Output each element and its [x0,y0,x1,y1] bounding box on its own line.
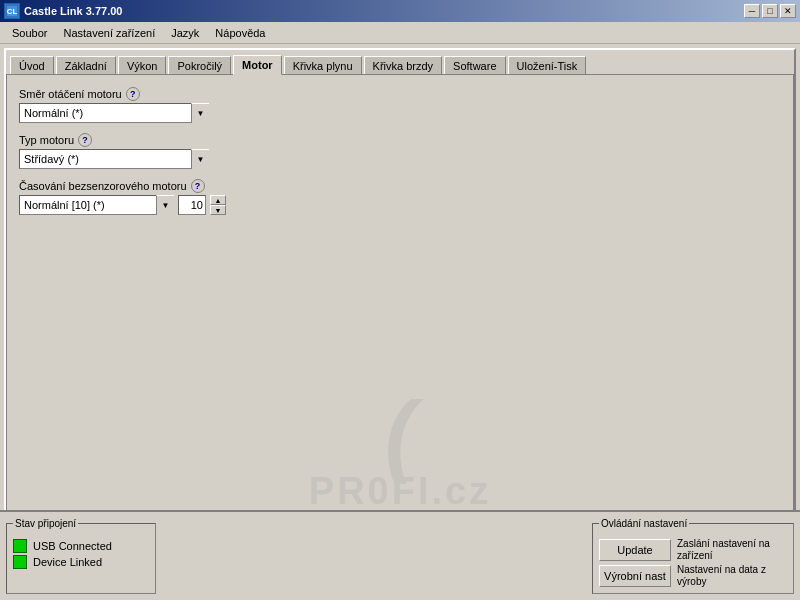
timing-spin-buttons: ▲ ▼ [210,195,226,215]
type-help-icon[interactable]: ? [78,133,92,147]
spacer [164,518,584,594]
watermark: ( PR0FI.cz [309,398,491,513]
app-title: Castle Link 3.77.00 [24,5,122,17]
tab-krivka-plynu[interactable]: Křivka plynu [284,56,362,76]
menu-bar: Soubor Nastavení zařízení Jazyk Nápověda [0,22,800,44]
close-button[interactable]: ✕ [780,4,796,18]
watermark-text: PR0FI.cz [309,470,491,513]
control-panel-title: Ovládání nastavení [599,518,689,529]
menu-napoveda[interactable]: Nápověda [207,25,273,41]
svg-text:CL: CL [7,7,18,16]
tab-vykon[interactable]: Výkon [118,56,167,76]
timing-dropdown-wrapper: Normální [10] (*) Nízké [5] Vysoké [15] … [19,195,174,215]
timing-label: Časování bezsenzorového motoru ? [19,179,781,193]
control-inner: Update Výrobní nast Zaslání nastavení na… [599,539,787,587]
tab-ulozeni-tisk[interactable]: Uložení-Tisk [508,56,587,76]
direction-dropdown[interactable]: Normální (*) Opačný [19,103,209,123]
tab-bar: Úvod Základní Výkon Pokročilý Motor Křiv… [6,50,794,74]
control-buttons: Update Výrobní nast [599,539,671,587]
form-group-direction: Směr otáčení motoru ? Normální (*) Opačn… [19,87,781,123]
tab-pokrocily[interactable]: Pokročilý [168,56,231,76]
tab-uvod[interactable]: Úvod [10,56,54,76]
device-status-item: Device Linked [13,555,149,569]
watermark-symbol: ( [309,398,491,470]
timing-dropdown[interactable]: Normální [10] (*) Nízké [5] Vysoké [15] … [19,195,174,215]
menu-jazyk[interactable]: Jazyk [163,25,207,41]
direction-help-icon[interactable]: ? [126,87,140,101]
device-led [13,555,27,569]
menu-nastaveni[interactable]: Nastavení zařízení [55,25,163,41]
status-panel: Stav připojení USB Connected Device Link… [6,518,156,594]
timing-spin-down[interactable]: ▼ [210,205,226,215]
timing-help-icon[interactable]: ? [191,179,205,193]
timing-row: Normální [10] (*) Nízké [5] Vysoké [15] … [19,195,781,215]
control-panel: Ovládání nastavení Update Výrobní nast Z… [592,518,794,594]
direction-label: Směr otáčení motoru ? [19,87,781,101]
timing-spin-input[interactable] [178,195,206,215]
update-button[interactable]: Update [599,539,671,561]
direction-dropdown-wrapper: Normální (*) Opačný ▼ [19,103,209,123]
device-label: Device Linked [33,556,102,568]
title-bar: CL Castle Link 3.77.00 ─ □ ✕ [0,0,800,22]
app-icon: CL [4,3,20,19]
main-window: Úvod Základní Výkon Pokročilý Motor Křiv… [4,48,796,596]
maximize-button[interactable]: □ [762,4,778,18]
type-dropdown[interactable]: Střídavý (*) Stejnosměrný [19,149,209,169]
control-labels: Zaslání nastavení na zařízení Nastavení … [677,539,787,587]
usb-led [13,539,27,553]
form-group-type: Typ motoru ? Střídavý (*) Stejnosměrný ▼ [19,133,781,169]
timing-spin-up[interactable]: ▲ [210,195,226,205]
tab-zakladni[interactable]: Základní [56,56,116,76]
form-group-timing: Časování bezsenzorového motoru ? Normáln… [19,179,781,215]
factory-button[interactable]: Výrobní nast [599,565,671,587]
factory-description: Nastavení na data z výroby [677,565,787,587]
tab-software[interactable]: Software [444,56,505,76]
type-dropdown-wrapper: Střídavý (*) Stejnosměrný ▼ [19,149,209,169]
bottom-area: Stav připojení USB Connected Device Link… [0,510,800,600]
tab-krivka-brzdy[interactable]: Křivka brzdy [364,56,443,76]
usb-label: USB Connected [33,540,112,552]
tab-motor[interactable]: Motor [233,55,282,75]
minimize-button[interactable]: ─ [744,4,760,18]
type-label: Typ motoru ? [19,133,781,147]
status-panel-title: Stav připojení [13,518,78,529]
menu-soubor[interactable]: Soubor [4,25,55,41]
update-description: Zaslání nastavení na zařízení [677,539,787,561]
usb-status-item: USB Connected [13,539,149,553]
